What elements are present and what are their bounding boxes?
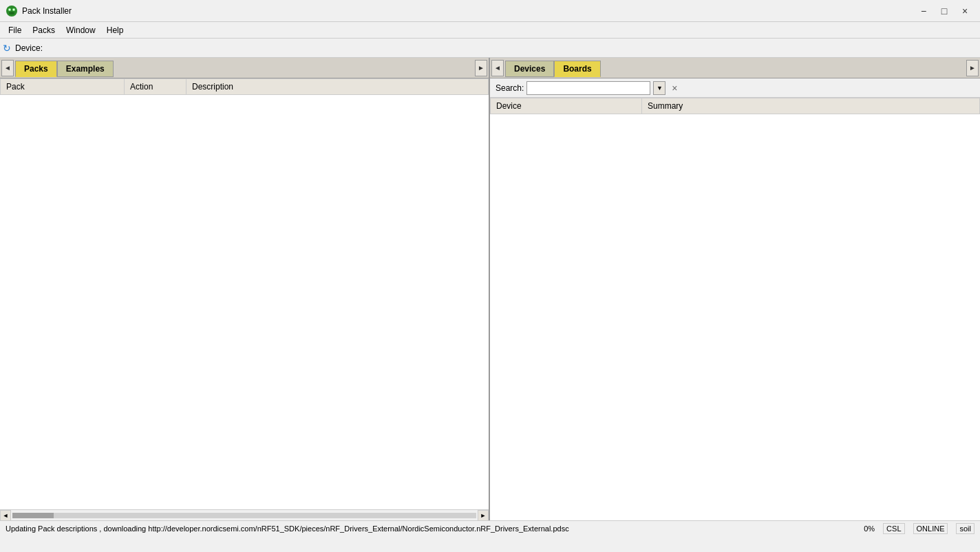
tab-packs[interactable]: Packs: [15, 61, 57, 77]
svg-point-4: [9, 9, 10, 10]
minimize-button[interactable]: −: [914, 3, 933, 19]
svg-point-5: [13, 9, 14, 10]
search-clear-button[interactable]: ×: [668, 82, 681, 94]
left-hscroll-right[interactable]: ►: [478, 510, 489, 521]
app-icon: [6, 5, 18, 17]
tab-boards[interactable]: Boards: [554, 61, 600, 77]
menu-bar: File Packs Window Help: [0, 22, 980, 39]
menu-help[interactable]: Help: [101, 22, 129, 38]
svg-point-3: [9, 12, 14, 14]
status-bar: Updating Pack descriptions , downloading…: [0, 520, 980, 535]
right-tab-nav-next[interactable]: ►: [966, 60, 979, 76]
tab-devices[interactable]: Devices: [505, 61, 554, 77]
tab-examples[interactable]: Examples: [57, 61, 114, 77]
col-header-pack: Pack: [1, 79, 125, 95]
col-header-description: Description: [187, 79, 489, 95]
search-dropdown-button[interactable]: ▼: [653, 81, 665, 95]
left-table-container[interactable]: Pack Action Description: [0, 78, 489, 509]
left-hscroll[interactable]: ◄ ►: [0, 509, 489, 520]
col-header-device: Device: [491, 98, 642, 114]
search-bar: Search: ▼ ×: [490, 78, 980, 98]
status-soil: soil: [956, 523, 974, 534]
status-progress: 0%: [864, 524, 875, 533]
menu-window[interactable]: Window: [61, 22, 101, 38]
col-header-action: Action: [125, 79, 187, 95]
status-message: Updating Pack descriptions , downloading…: [6, 524, 569, 533]
svg-point-0: [6, 6, 17, 17]
right-panel: ◄ Devices Boards ► Search: ▼ × Device Su…: [490, 58, 980, 520]
right-tab-bar: ◄ Devices Boards ►: [490, 58, 980, 78]
left-tab-bar: ◄ Packs Examples ►: [0, 58, 489, 78]
packs-table: Pack Action Description: [0, 78, 489, 95]
title-bar-title: Pack Installer: [22, 6, 72, 16]
left-content: Pack Action Description ◄ ►: [0, 78, 489, 520]
status-online: ONLINE: [913, 523, 948, 534]
left-tab-nav-prev[interactable]: ◄: [1, 60, 14, 76]
title-bar-controls: − □ ×: [914, 3, 974, 19]
device-bar: ↻ Device:: [0, 39, 980, 58]
device-label: Device:: [15, 43, 43, 53]
refresh-icon[interactable]: ↻: [3, 43, 11, 54]
title-bar: Pack Installer − □ ×: [0, 0, 980, 22]
right-tab-nav-prev[interactable]: ◄: [491, 60, 504, 76]
main-content: ◄ Packs Examples ► Pack Action Descripti…: [0, 58, 980, 520]
status-right: 0% CSL ONLINE soil: [864, 523, 974, 534]
left-hscroll-track[interactable]: [12, 513, 476, 518]
left-panel: ◄ Packs Examples ► Pack Action Descripti…: [0, 58, 490, 520]
maximize-button[interactable]: □: [935, 3, 954, 19]
devices-table: Device Summary: [490, 98, 980, 114]
search-label: Search:: [496, 83, 524, 93]
right-table-container[interactable]: Device Summary: [490, 98, 980, 520]
right-content: Device Summary: [490, 98, 980, 520]
menu-packs[interactable]: Packs: [27, 22, 61, 38]
col-header-summary: Summary: [642, 98, 980, 114]
menu-file[interactable]: File: [3, 22, 27, 38]
search-input[interactable]: [526, 81, 650, 95]
title-bar-left: Pack Installer: [6, 5, 72, 17]
left-hscroll-thumb: [12, 513, 54, 518]
left-tab-nav-next[interactable]: ►: [475, 60, 487, 76]
left-hscroll-left[interactable]: ◄: [0, 510, 11, 521]
close-button[interactable]: ×: [955, 3, 974, 19]
status-csl: CSL: [883, 523, 904, 534]
